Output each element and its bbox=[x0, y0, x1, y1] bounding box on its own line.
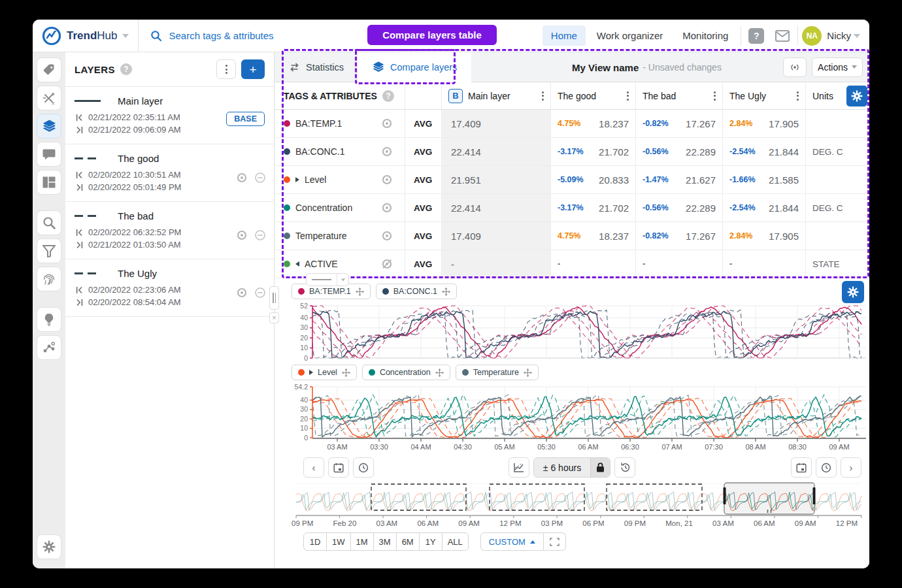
aggregation-cell[interactable]: AVG bbox=[405, 250, 442, 278]
aggregation-cell[interactable]: AVG bbox=[405, 138, 442, 165]
panel-close-button[interactable]: × bbox=[269, 312, 279, 323]
tab-compare-layers[interactable]: Compare layers bbox=[358, 52, 471, 82]
live-mode-button[interactable] bbox=[783, 57, 807, 77]
layer-item-2[interactable]: The bad 02/20/2022 06:32:52 PM 02/21/202… bbox=[65, 202, 274, 259]
preset-1y[interactable]: 1Y bbox=[419, 532, 443, 551]
lock-duration-button[interactable] bbox=[590, 458, 610, 477]
column-menu-button[interactable] bbox=[627, 91, 629, 101]
layer-item-1[interactable]: The good 02/20/2022 10:30:51 AM 02/20/20… bbox=[65, 144, 274, 202]
panel-resize-handle[interactable] bbox=[269, 286, 279, 310]
nav-item-home[interactable]: Home bbox=[543, 25, 586, 46]
aggregation-cell[interactable]: AVG bbox=[405, 110, 442, 137]
compare-trends-button[interactable] bbox=[509, 457, 529, 478]
help-button[interactable]: ? bbox=[745, 25, 767, 46]
layer-visibility-toggle[interactable] bbox=[236, 172, 248, 184]
table-settings-button[interactable] bbox=[846, 86, 867, 106]
column-menu-button[interactable] bbox=[714, 91, 716, 101]
rail-context-tool[interactable] bbox=[37, 335, 61, 360]
custom-range-button[interactable]: CUSTOM bbox=[480, 532, 544, 551]
column-menu-button[interactable] bbox=[542, 91, 544, 101]
search-input[interactable] bbox=[169, 30, 339, 41]
app-logo[interactable]: TrendHub bbox=[33, 26, 138, 46]
brand-chevron-down-icon[interactable] bbox=[122, 34, 129, 38]
chart1[interactable]: 52403020100 bbox=[275, 301, 869, 362]
actions-button[interactable]: Actions bbox=[812, 57, 863, 77]
collapse-icon[interactable] bbox=[295, 261, 299, 267]
tag-visibility-toggle[interactable] bbox=[381, 118, 393, 129]
rail-insights-tool[interactable] bbox=[37, 307, 61, 332]
preset-all[interactable]: ALL bbox=[442, 532, 469, 551]
history-button[interactable] bbox=[614, 457, 635, 478]
nav-item-monitoring[interactable]: Monitoring bbox=[674, 25, 737, 46]
table-help-icon[interactable]: ? bbox=[382, 90, 394, 102]
end-time-button[interactable] bbox=[816, 457, 837, 478]
preset-6m[interactable]: 6M bbox=[396, 532, 420, 551]
timeline-scrubber[interactable]: 09 PMFeb 2003 AM06 AM09 AM12 PM03 PM06 P… bbox=[275, 482, 869, 527]
rail-layers-tool[interactable] bbox=[37, 114, 61, 139]
end-date-button[interactable] bbox=[791, 457, 812, 478]
layers-tool-icon bbox=[42, 120, 56, 133]
column-menu-button[interactable] bbox=[797, 91, 799, 101]
pan-left-button[interactable]: ‹ bbox=[303, 457, 324, 478]
tag-visibility-toggle[interactable] bbox=[381, 230, 393, 242]
legend-chip-ba-conc-1[interactable]: BA:CONC.1 bbox=[376, 284, 457, 299]
preset-1m[interactable]: 1M bbox=[350, 532, 374, 551]
rail-formula-tool[interactable] bbox=[37, 86, 61, 110]
legend-chip-level[interactable]: Level bbox=[292, 365, 357, 380]
rail-comments-tool[interactable] bbox=[37, 142, 61, 167]
fit-selection-button[interactable] bbox=[544, 532, 566, 551]
expand-icon[interactable] bbox=[295, 177, 299, 182]
preset-3m[interactable]: 3M bbox=[373, 532, 397, 551]
layer-item-0[interactable]: Main layer 02/21/2022 02:35:11 AM 02/21/… bbox=[65, 87, 274, 144]
duration-label[interactable]: ± 6 hours bbox=[534, 458, 590, 477]
table-collapse-button[interactable] bbox=[337, 274, 348, 286]
layers-help-icon[interactable]: ? bbox=[120, 63, 132, 75]
tag-visibility-toggle[interactable] bbox=[381, 174, 393, 186]
table-row-level[interactable]: Level AVG 21.951 -5.09%20.833 -1.47%21.6… bbox=[275, 166, 869, 194]
table-row-ba-conc-1[interactable]: BA:CONC.1 AVG 22.414 -3.17%21.702 -0.56%… bbox=[275, 138, 869, 166]
table-row-temperature[interactable]: Temperature AVG 17.409 4.75%18.237 -0.82… bbox=[275, 222, 869, 250]
layer-visibility-toggle[interactable] bbox=[236, 287, 248, 299]
add-layer-button[interactable]: + bbox=[241, 59, 265, 79]
nav-item-work-organizer[interactable]: Work organizer bbox=[588, 25, 671, 46]
rail-fingerprint-tool[interactable] bbox=[37, 267, 61, 291]
expand-icon[interactable] bbox=[309, 370, 313, 375]
tag-visibility-toggle[interactable] bbox=[381, 146, 393, 157]
table-row-concentration[interactable]: Concentration AVG 22.414 -3.17%21.702 -0… bbox=[275, 194, 869, 222]
rail-settings-tool[interactable] bbox=[37, 534, 61, 559]
tag-visibility-toggle[interactable] bbox=[381, 202, 393, 214]
the-ugly-value: -2.54%21.844 bbox=[723, 138, 806, 165]
table-resize-pill[interactable] bbox=[306, 273, 349, 286]
chart-settings-button[interactable] bbox=[842, 281, 864, 303]
rail-tag-tool[interactable] bbox=[37, 57, 61, 82]
chart2[interactable]: 54.240302010003 AM03:3004 AM04:3005 AM05… bbox=[275, 382, 869, 455]
preset-1d[interactable]: 1D bbox=[303, 532, 327, 551]
rail-search-tool[interactable] bbox=[37, 210, 61, 235]
tag-visibility-toggle[interactable] bbox=[381, 258, 393, 270]
layer-visibility-toggle[interactable] bbox=[236, 229, 248, 241]
layer-remove-button[interactable] bbox=[254, 172, 266, 184]
messages-button[interactable] bbox=[771, 25, 793, 46]
start-time-button[interactable] bbox=[353, 457, 374, 478]
legend-label: BA:CONC.1 bbox=[393, 287, 437, 296]
layers-menu-button[interactable] bbox=[216, 59, 236, 79]
tab-statistics[interactable]: Statistics bbox=[275, 52, 358, 82]
preset-1w[interactable]: 1W bbox=[326, 532, 351, 551]
top-navbar: TrendHub HomeWork organizerMonitoring ? … bbox=[33, 20, 869, 52]
layer-item-3[interactable]: The Ugly 02/20/2022 02:23:06 AM 02/20/20… bbox=[65, 259, 274, 317]
rail-dashboard-tool[interactable] bbox=[37, 170, 61, 195]
layer-remove-button[interactable] bbox=[254, 229, 266, 241]
aggregation-cell[interactable]: AVG bbox=[405, 194, 442, 221]
start-date-button[interactable] bbox=[328, 457, 349, 478]
user-menu[interactable]: NA Nicky bbox=[802, 26, 860, 46]
aggregation-cell[interactable]: AVG bbox=[405, 222, 442, 250]
layer-remove-button[interactable] bbox=[254, 287, 266, 299]
pan-right-button[interactable]: › bbox=[841, 457, 861, 478]
table-resize-handle[interactable] bbox=[307, 279, 337, 280]
aggregation-cell[interactable]: AVG bbox=[405, 166, 442, 193]
legend-chip-concentration[interactable]: Concentration bbox=[362, 365, 450, 380]
rail-filter-tool[interactable] bbox=[37, 238, 61, 263]
table-row-active[interactable]: ACTIVE AVG - - - - STATE bbox=[275, 250, 869, 278]
table-row-ba-temp-1[interactable]: BA:TEMP.1 AVG 17.409 4.75%18.237 -0.82%1… bbox=[275, 110, 869, 138]
legend-chip-temperature[interactable]: Temperature bbox=[456, 365, 539, 380]
